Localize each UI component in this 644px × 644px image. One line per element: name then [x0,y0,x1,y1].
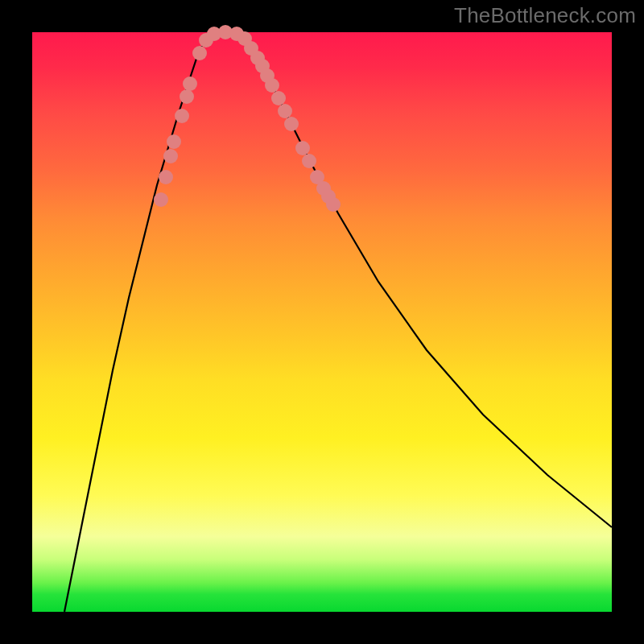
scatter-dot [284,117,299,131]
scatter-dot [159,170,173,184]
scatter-dot [326,197,341,212]
scatter-dot [265,78,279,93]
scatter-dot [278,104,292,118]
scatter-dot [175,109,189,123]
scatter-dot [271,91,286,105]
scatter-dot [180,89,194,104]
scatter-dot [192,46,207,60]
bottleneck-curve [64,32,612,612]
chart-frame: TheBottleneck.com [0,0,644,644]
scatter-dot [302,154,316,168]
curve-svg [32,32,612,612]
scatter-dot [154,192,168,207]
plot-area [32,32,612,612]
scatter-dot [295,141,310,155]
scatter-dots [154,25,341,212]
scatter-dot [163,149,178,163]
watermark-text: TheBottleneck.com [454,3,636,28]
scatter-dot [183,76,197,91]
scatter-dot [167,134,181,149]
